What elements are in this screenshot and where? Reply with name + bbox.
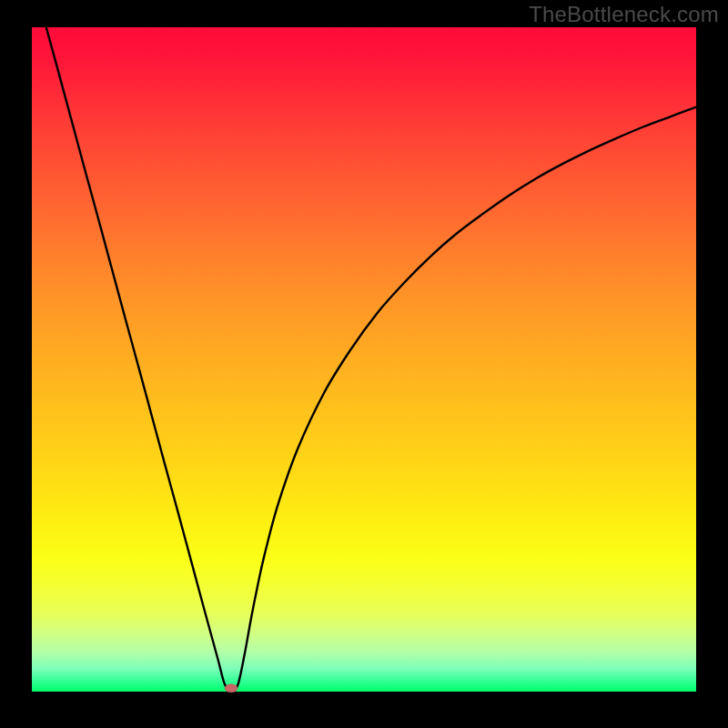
bottleneck-curve xyxy=(32,0,696,692)
plot-area xyxy=(32,27,696,692)
chart-frame: TheBottleneck.com xyxy=(0,0,728,728)
watermark-text: TheBottleneck.com xyxy=(529,2,719,27)
optimal-point-marker xyxy=(225,684,238,693)
chart-svg xyxy=(32,27,696,692)
